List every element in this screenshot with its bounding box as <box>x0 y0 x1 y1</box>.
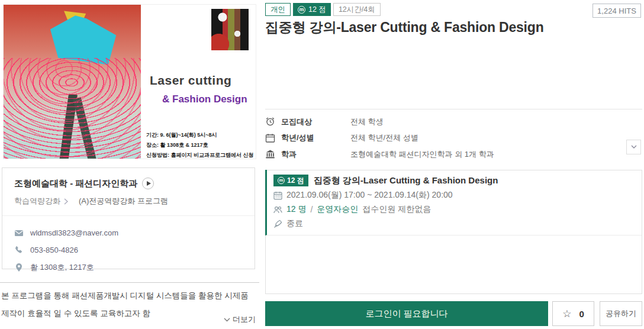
badge-personal: 개인 <box>265 3 291 16</box>
poster-text-panel: Laser cutting & Fashion Design 기간: 9. 6(… <box>141 5 256 159</box>
mail-icon <box>14 228 24 238</box>
schedule-capacity-note: 접수인원 제한없음 <box>362 204 431 215</box>
contact-email: wldmsdl3823@naver.com <box>30 228 118 237</box>
schedule-title: 집중형 강의-Laser Cutting & Fashion Design <box>314 175 498 186</box>
alarm-clock-icon <box>265 117 275 127</box>
info-row-department: 학과 조형예술대학 패션디자인학과 외 1개 학과 <box>265 146 620 163</box>
department-expand-button[interactable] <box>626 140 641 154</box>
badge-hours: 12시간/4회 <box>333 3 381 16</box>
poster-detail-place: 장소: 활 1308호 & 1217호 <box>146 140 254 150</box>
poster-detail-period: 기간: 9. 6(월)~14(화) 5시~8시 <box>146 130 254 140</box>
info-value: 조형예술대학 패션디자인학과 외 1개 학과 <box>350 149 494 160</box>
star-icon: ☆ <box>562 308 571 320</box>
contact-location: 활 1308호, 1217호 <box>30 262 94 273</box>
poster-sub-title: & Fashion Design <box>162 93 247 105</box>
info-label: 모집대상 <box>281 117 350 127</box>
poster-lasercut-skirt <box>4 58 141 159</box>
share-button[interactable]: 공유하기 <box>600 301 642 326</box>
organizer-title: 조형예술대학 - 패션디자인학과 <box>14 178 137 189</box>
info-value: 전체 학년/전체 성별 <box>350 133 418 143</box>
people-icon <box>273 205 282 214</box>
schedule-box: m 12 점 집중형 강의-Laser Cutting & Fashion De… <box>265 170 642 294</box>
organizer-card: 조형예술대학 - 패션디자인학과 학습역량강화 (A)전공역량강화 프로그램 w… <box>2 167 255 269</box>
schedule-date-row: 2021.09.06(월) 17:00 ~ 2021.09.14(화) 20:0… <box>273 190 633 201</box>
favorite-button[interactable]: ☆ 0 <box>552 301 594 326</box>
badge-row: 개인 m 12 점 12시간/4회 <box>265 3 381 16</box>
pen-icon <box>273 220 282 228</box>
chevron-down-icon <box>224 318 230 322</box>
map-pin-icon <box>14 263 24 272</box>
badge-points-label: 12 점 <box>308 5 326 15</box>
favorite-count: 0 <box>579 309 584 319</box>
chevron-down-icon <box>631 145 637 149</box>
mileage-icon: m <box>298 6 305 14</box>
calendar-date-icon <box>273 191 282 200</box>
schedule-capacity: 12 명 <box>286 204 306 215</box>
breadcrumb-program[interactable]: (A)전공역량강화 프로그램 <box>79 196 168 207</box>
poster-detail-apply: 신청방법: 홈페이지 비교과프로그램에서 신청 <box>146 150 254 159</box>
program-info-list: 모집대상 전체 학생 학년/성별 전체 학년/전체 성별 학과 조형예술대학 패… <box>265 114 620 163</box>
info-value: 전체 학생 <box>350 117 384 127</box>
breadcrumb-category[interactable]: 학습역량강화 <box>14 196 60 207</box>
poster-main-title: Laser cutting <box>150 73 231 88</box>
badge-mileage-points: m 12 점 <box>293 3 331 16</box>
poster-photo <box>4 5 141 159</box>
poster-details: 기간: 9. 6(월)~14(화) 5시~8시 장소: 활 1308호 & 12… <box>146 130 254 159</box>
show-more-link[interactable]: 더보기 <box>224 314 256 325</box>
calendar-icon <box>265 133 275 143</box>
login-required-button[interactable]: 로그인이 필요합니다 <box>265 301 548 326</box>
breadcrumb: 학습역량강화 (A)전공역량강화 프로그램 <box>14 196 243 207</box>
schedule-status: 종료 <box>286 218 303 229</box>
contact-email-row: wldmsdl3823@naver.com <box>14 224 243 241</box>
show-more-label: 더보기 <box>233 314 256 325</box>
schedule-status-row: 종료 <box>273 218 633 229</box>
bank-icon <box>265 149 275 159</box>
play-icon <box>147 181 151 186</box>
chevron-right-icon <box>64 198 68 205</box>
poster-runway-thumbnail <box>211 9 249 50</box>
schedule-approval-type: 운영자승인 <box>317 204 358 215</box>
schedule-capacity-row: 12 명 / 운영자승인 접수인원 제한없음 <box>273 204 633 215</box>
info-label: 학년/성별 <box>281 133 350 143</box>
contact-phone-row: 053-850-4826 <box>14 241 243 259</box>
schedule-date-range: 2021.09.06(월) 17:00 ~ 2021.09.14(화) 20:0… <box>286 190 453 201</box>
hits-counter: 1,224 HITS <box>593 4 641 18</box>
info-row-grade-gender: 학년/성별 전체 학년/전체 성별 <box>265 130 620 147</box>
contact-phone: 053-850-4826 <box>30 246 78 254</box>
schedule-points-badge: m 12 점 <box>273 175 308 186</box>
mileage-icon: m <box>278 177 285 184</box>
page-title: 집중형 강의-Laser Cutting & Fashion Design <box>265 18 642 37</box>
play-button[interactable] <box>142 178 154 189</box>
program-poster: Laser cutting & Fashion Design 기간: 9. 6(… <box>4 5 256 159</box>
info-row-target: 모집대상 전체 학생 <box>265 114 620 130</box>
phone-icon <box>14 246 24 255</box>
schedule-item[interactable]: m 12 점 집중형 강의-Laser Cutting & Fashion De… <box>265 170 642 236</box>
contact-location-row: 활 1308호, 1217호 <box>14 259 243 276</box>
poster-model-vest <box>50 15 116 64</box>
schedule-points-label: 12 점 <box>287 176 304 186</box>
divider <box>265 109 642 109</box>
info-label: 학과 <box>281 149 350 160</box>
capacity-separator: / <box>310 205 313 214</box>
